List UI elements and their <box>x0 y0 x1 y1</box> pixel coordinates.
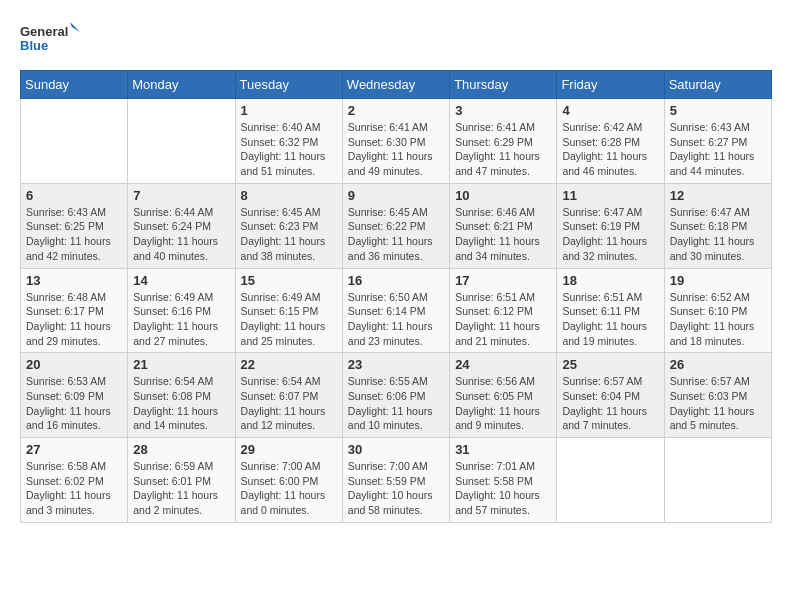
day-number: 25 <box>562 357 658 372</box>
day-number: 16 <box>348 273 444 288</box>
day-info: Sunrise: 6:47 AMSunset: 6:18 PMDaylight:… <box>670 205 766 264</box>
calendar-cell: 5Sunrise: 6:43 AMSunset: 6:27 PMDaylight… <box>664 99 771 184</box>
calendar-cell: 12Sunrise: 6:47 AMSunset: 6:18 PMDayligh… <box>664 183 771 268</box>
day-info: Sunrise: 6:57 AMSunset: 6:03 PMDaylight:… <box>670 374 766 433</box>
day-info: Sunrise: 6:59 AMSunset: 6:01 PMDaylight:… <box>133 459 229 518</box>
day-number: 18 <box>562 273 658 288</box>
day-number: 1 <box>241 103 337 118</box>
calendar-cell: 27Sunrise: 6:58 AMSunset: 6:02 PMDayligh… <box>21 438 128 523</box>
day-number: 8 <box>241 188 337 203</box>
header: General Blue <box>20 20 772 60</box>
day-number: 2 <box>348 103 444 118</box>
day-number: 17 <box>455 273 551 288</box>
day-info: Sunrise: 6:56 AMSunset: 6:05 PMDaylight:… <box>455 374 551 433</box>
day-number: 20 <box>26 357 122 372</box>
calendar-cell: 21Sunrise: 6:54 AMSunset: 6:08 PMDayligh… <box>128 353 235 438</box>
day-number: 19 <box>670 273 766 288</box>
day-number: 10 <box>455 188 551 203</box>
weekday-header-wednesday: Wednesday <box>342 71 449 99</box>
calendar-cell: 1Sunrise: 6:40 AMSunset: 6:32 PMDaylight… <box>235 99 342 184</box>
day-number: 22 <box>241 357 337 372</box>
calendar-cell: 28Sunrise: 6:59 AMSunset: 6:01 PMDayligh… <box>128 438 235 523</box>
day-info: Sunrise: 6:48 AMSunset: 6:17 PMDaylight:… <box>26 290 122 349</box>
calendar-cell: 18Sunrise: 6:51 AMSunset: 6:11 PMDayligh… <box>557 268 664 353</box>
day-number: 31 <box>455 442 551 457</box>
calendar-week-row: 27Sunrise: 6:58 AMSunset: 6:02 PMDayligh… <box>21 438 772 523</box>
logo-svg: General Blue <box>20 20 80 60</box>
day-number: 24 <box>455 357 551 372</box>
day-info: Sunrise: 6:49 AMSunset: 6:16 PMDaylight:… <box>133 290 229 349</box>
weekday-header-sunday: Sunday <box>21 71 128 99</box>
day-number: 9 <box>348 188 444 203</box>
day-number: 27 <box>26 442 122 457</box>
calendar-cell: 13Sunrise: 6:48 AMSunset: 6:17 PMDayligh… <box>21 268 128 353</box>
calendar-cell: 11Sunrise: 6:47 AMSunset: 6:19 PMDayligh… <box>557 183 664 268</box>
svg-text:General: General <box>20 24 68 39</box>
calendar-cell: 14Sunrise: 6:49 AMSunset: 6:16 PMDayligh… <box>128 268 235 353</box>
day-number: 29 <box>241 442 337 457</box>
logo: General Blue <box>20 20 80 60</box>
day-info: Sunrise: 7:00 AMSunset: 6:00 PMDaylight:… <box>241 459 337 518</box>
calendar-week-row: 1Sunrise: 6:40 AMSunset: 6:32 PMDaylight… <box>21 99 772 184</box>
calendar-cell: 7Sunrise: 6:44 AMSunset: 6:24 PMDaylight… <box>128 183 235 268</box>
day-number: 21 <box>133 357 229 372</box>
calendar-cell: 20Sunrise: 6:53 AMSunset: 6:09 PMDayligh… <box>21 353 128 438</box>
day-number: 26 <box>670 357 766 372</box>
weekday-header-friday: Friday <box>557 71 664 99</box>
day-info: Sunrise: 6:43 AMSunset: 6:27 PMDaylight:… <box>670 120 766 179</box>
day-number: 3 <box>455 103 551 118</box>
day-number: 12 <box>670 188 766 203</box>
day-info: Sunrise: 6:45 AMSunset: 6:22 PMDaylight:… <box>348 205 444 264</box>
day-info: Sunrise: 6:44 AMSunset: 6:24 PMDaylight:… <box>133 205 229 264</box>
day-info: Sunrise: 6:40 AMSunset: 6:32 PMDaylight:… <box>241 120 337 179</box>
day-info: Sunrise: 7:01 AMSunset: 5:58 PMDaylight:… <box>455 459 551 518</box>
day-number: 13 <box>26 273 122 288</box>
weekday-header-thursday: Thursday <box>450 71 557 99</box>
day-info: Sunrise: 6:43 AMSunset: 6:25 PMDaylight:… <box>26 205 122 264</box>
day-number: 15 <box>241 273 337 288</box>
calendar-cell: 2Sunrise: 6:41 AMSunset: 6:30 PMDaylight… <box>342 99 449 184</box>
calendar-cell: 8Sunrise: 6:45 AMSunset: 6:23 PMDaylight… <box>235 183 342 268</box>
calendar-cell <box>128 99 235 184</box>
day-info: Sunrise: 6:54 AMSunset: 6:08 PMDaylight:… <box>133 374 229 433</box>
calendar-cell: 22Sunrise: 6:54 AMSunset: 6:07 PMDayligh… <box>235 353 342 438</box>
day-info: Sunrise: 6:53 AMSunset: 6:09 PMDaylight:… <box>26 374 122 433</box>
calendar-week-row: 20Sunrise: 6:53 AMSunset: 6:09 PMDayligh… <box>21 353 772 438</box>
calendar-cell: 17Sunrise: 6:51 AMSunset: 6:12 PMDayligh… <box>450 268 557 353</box>
day-info: Sunrise: 7:00 AMSunset: 5:59 PMDaylight:… <box>348 459 444 518</box>
calendar-week-row: 6Sunrise: 6:43 AMSunset: 6:25 PMDaylight… <box>21 183 772 268</box>
day-number: 4 <box>562 103 658 118</box>
weekday-header-monday: Monday <box>128 71 235 99</box>
calendar-cell: 19Sunrise: 6:52 AMSunset: 6:10 PMDayligh… <box>664 268 771 353</box>
calendar-cell <box>21 99 128 184</box>
day-info: Sunrise: 6:54 AMSunset: 6:07 PMDaylight:… <box>241 374 337 433</box>
calendar-cell: 24Sunrise: 6:56 AMSunset: 6:05 PMDayligh… <box>450 353 557 438</box>
calendar-cell <box>557 438 664 523</box>
svg-marker-2 <box>70 22 80 32</box>
day-info: Sunrise: 6:51 AMSunset: 6:12 PMDaylight:… <box>455 290 551 349</box>
calendar-cell <box>664 438 771 523</box>
calendar-cell: 25Sunrise: 6:57 AMSunset: 6:04 PMDayligh… <box>557 353 664 438</box>
calendar-cell: 16Sunrise: 6:50 AMSunset: 6:14 PMDayligh… <box>342 268 449 353</box>
calendar-cell: 29Sunrise: 7:00 AMSunset: 6:00 PMDayligh… <box>235 438 342 523</box>
day-number: 14 <box>133 273 229 288</box>
day-info: Sunrise: 6:41 AMSunset: 6:29 PMDaylight:… <box>455 120 551 179</box>
day-info: Sunrise: 6:51 AMSunset: 6:11 PMDaylight:… <box>562 290 658 349</box>
calendar-cell: 6Sunrise: 6:43 AMSunset: 6:25 PMDaylight… <box>21 183 128 268</box>
day-number: 5 <box>670 103 766 118</box>
day-info: Sunrise: 6:45 AMSunset: 6:23 PMDaylight:… <box>241 205 337 264</box>
calendar-cell: 15Sunrise: 6:49 AMSunset: 6:15 PMDayligh… <box>235 268 342 353</box>
calendar-week-row: 13Sunrise: 6:48 AMSunset: 6:17 PMDayligh… <box>21 268 772 353</box>
weekday-header-row: SundayMondayTuesdayWednesdayThursdayFrid… <box>21 71 772 99</box>
day-number: 28 <box>133 442 229 457</box>
calendar-cell: 9Sunrise: 6:45 AMSunset: 6:22 PMDaylight… <box>342 183 449 268</box>
calendar-cell: 30Sunrise: 7:00 AMSunset: 5:59 PMDayligh… <box>342 438 449 523</box>
calendar-table: SundayMondayTuesdayWednesdayThursdayFrid… <box>20 70 772 523</box>
day-info: Sunrise: 6:58 AMSunset: 6:02 PMDaylight:… <box>26 459 122 518</box>
day-info: Sunrise: 6:52 AMSunset: 6:10 PMDaylight:… <box>670 290 766 349</box>
day-info: Sunrise: 6:49 AMSunset: 6:15 PMDaylight:… <box>241 290 337 349</box>
day-info: Sunrise: 6:57 AMSunset: 6:04 PMDaylight:… <box>562 374 658 433</box>
day-number: 7 <box>133 188 229 203</box>
day-info: Sunrise: 6:47 AMSunset: 6:19 PMDaylight:… <box>562 205 658 264</box>
day-info: Sunrise: 6:41 AMSunset: 6:30 PMDaylight:… <box>348 120 444 179</box>
